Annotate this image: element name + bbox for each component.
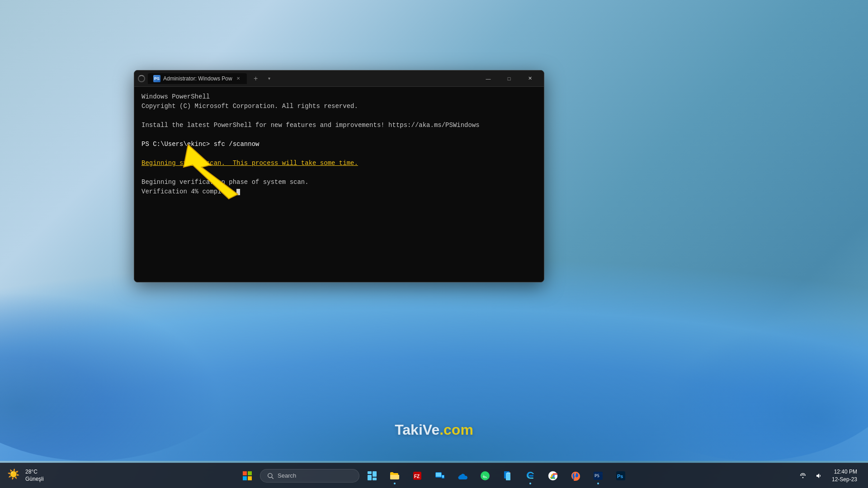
edge-button[interactable]: [520, 466, 540, 486]
file-explorer-button[interactable]: [385, 466, 405, 486]
widgets-button[interactable]: [362, 466, 382, 486]
svg-point-17: [481, 471, 490, 480]
window-controls: — □ ✕: [478, 71, 540, 86]
weather-info: 28°C Güneşli: [25, 469, 44, 483]
tab-ps-icon: PS: [153, 75, 160, 82]
taskbar-right: 12:40 PM 12-Sep-23: [788, 466, 861, 485]
weather-temp: 28°C: [25, 469, 44, 476]
taskbar-center: Search: [237, 466, 631, 486]
svg-point-5: [268, 473, 272, 477]
active-tab[interactable]: PS Administrator: Windows Pow ✕: [148, 73, 247, 84]
watermark: TakiVe.com: [395, 422, 473, 438]
search-label: Search: [278, 472, 296, 479]
svg-rect-4: [248, 476, 252, 480]
loading-icon: [138, 75, 145, 82]
network-tray-icon[interactable]: [796, 469, 810, 483]
svg-rect-2: [248, 471, 252, 475]
line-3: [142, 111, 537, 121]
svg-rect-19: [506, 473, 510, 480]
line-2: Copyright (C) Microsoft Corporation. All…: [142, 102, 537, 111]
desktop: TakiVe.com PS Administrator: Windows Pow…: [0, 0, 868, 488]
whatsapp-button[interactable]: [475, 466, 495, 486]
svg-text:PS: PS: [594, 474, 599, 478]
svg-rect-3: [243, 476, 247, 480]
tab-label: Administrator: Windows Pow: [163, 75, 232, 82]
clock-date: 12-Sep-23: [832, 476, 857, 483]
firefox-button[interactable]: [566, 466, 585, 486]
taskbar-left: ☀️ 28°C Güneşli: [7, 469, 80, 483]
clock-time: 12:40 PM: [834, 468, 857, 476]
maximize-button[interactable]: □: [499, 71, 519, 86]
line-1: Windows PowerShell: [142, 92, 537, 102]
titlebar: PS Administrator: Windows Pow ✕ + ▾ — □ …: [134, 70, 544, 87]
svg-text:FZ: FZ: [414, 474, 420, 479]
svg-marker-0: [184, 145, 238, 199]
svg-rect-15: [442, 475, 444, 478]
close-button[interactable]: ✕: [519, 71, 540, 86]
svg-rect-10: [373, 478, 377, 480]
new-tab-button[interactable]: +: [250, 72, 262, 85]
svg-rect-16: [436, 473, 441, 477]
app-dot: [394, 483, 396, 484]
svg-rect-1: [243, 471, 247, 475]
svg-rect-9: [373, 471, 377, 477]
volume-tray-icon[interactable]: [812, 469, 826, 483]
system-tray: [796, 469, 826, 483]
svg-line-6: [272, 477, 274, 479]
svg-rect-8: [368, 475, 372, 480]
start-button[interactable]: [237, 466, 257, 486]
edge-dot: [529, 483, 531, 484]
files-button[interactable]: [498, 466, 518, 486]
weather-desc: Güneşli: [25, 476, 44, 483]
onedrive-button[interactable]: [453, 466, 472, 486]
clock[interactable]: 12:40 PM 12-Sep-23: [828, 466, 861, 485]
yellow-arrow: [179, 140, 247, 203]
svg-point-29: [802, 477, 804, 478]
tab-chevron-button[interactable]: ▾: [265, 74, 274, 83]
titlebar-left: PS Administrator: Windows Pow ✕ + ▾: [138, 72, 478, 85]
search-button[interactable]: Search: [260, 469, 359, 483]
chrome-button[interactable]: [543, 466, 563, 486]
tab-close-button[interactable]: ✕: [235, 75, 241, 82]
weather-icon: ☀️: [7, 469, 22, 483]
minimize-button[interactable]: —: [478, 71, 499, 86]
taskbar: ☀️ 28°C Güneşli: [0, 463, 868, 488]
ps-dot: [597, 483, 599, 484]
line-4: Install the latest PowerShell for new fe…: [142, 121, 537, 130]
svg-rect-7: [368, 471, 372, 474]
svg-rect-20: [507, 473, 510, 473]
filezilla-button[interactable]: FZ: [407, 466, 427, 486]
remote-desktop-button[interactable]: [430, 466, 450, 486]
photoshop-button[interactable]: Ps: [611, 466, 631, 486]
powershell-taskbar-button[interactable]: PS: [588, 466, 608, 486]
line-5: [142, 130, 537, 140]
svg-text:Ps: Ps: [617, 474, 623, 479]
